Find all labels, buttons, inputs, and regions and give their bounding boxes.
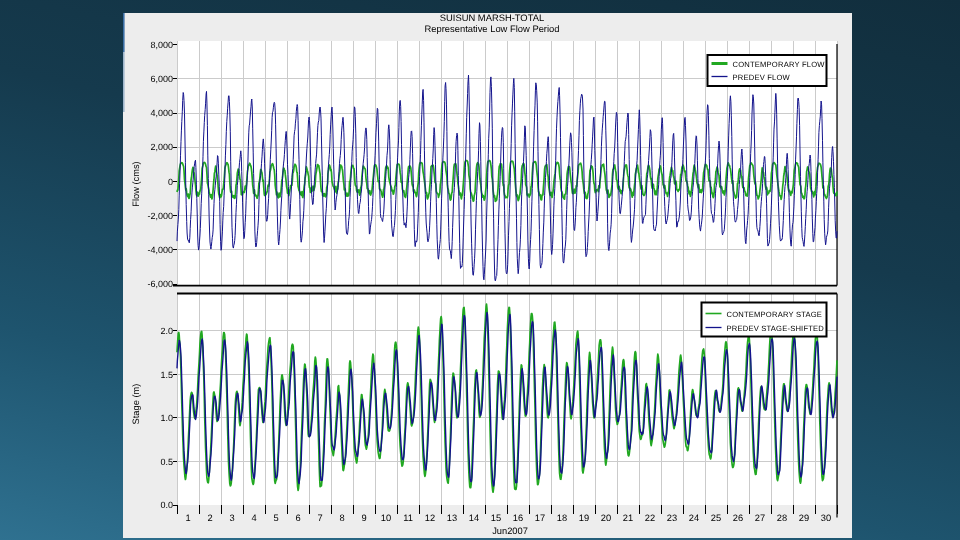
svg-text:12: 12 <box>425 513 435 523</box>
svg-text:14: 14 <box>469 513 479 523</box>
svg-text:CONTEMPORARY STAGE: CONTEMPORARY STAGE <box>727 310 823 319</box>
svg-text:5: 5 <box>273 513 278 523</box>
svg-text:-6,000: -6,000 <box>147 279 173 289</box>
svg-text:24: 24 <box>689 513 699 523</box>
svg-text:9: 9 <box>361 513 366 523</box>
svg-text:PREDEV FLOW: PREDEV FLOW <box>733 73 791 82</box>
svg-text:20: 20 <box>601 513 611 523</box>
svg-text:6: 6 <box>295 513 300 523</box>
svg-text:18: 18 <box>557 513 567 523</box>
svg-text:30: 30 <box>821 513 831 523</box>
svg-text:21: 21 <box>623 513 633 523</box>
svg-text:29: 29 <box>799 513 809 523</box>
svg-text:16: 16 <box>513 513 523 523</box>
svg-text:-2,000: -2,000 <box>147 211 173 221</box>
svg-text:1: 1 <box>185 513 190 523</box>
svg-text:8: 8 <box>339 513 344 523</box>
svg-text:SUISUN MARSH-TOTAL: SUISUN MARSH-TOTAL <box>440 12 544 23</box>
svg-text:26: 26 <box>733 513 743 523</box>
svg-text:7: 7 <box>317 513 322 523</box>
svg-text:10: 10 <box>381 513 391 523</box>
svg-text:8,000: 8,000 <box>150 40 173 50</box>
svg-text:2.0: 2.0 <box>160 326 173 336</box>
svg-text:17: 17 <box>535 513 545 523</box>
svg-text:2: 2 <box>207 513 212 523</box>
svg-text:25: 25 <box>711 513 721 523</box>
svg-text:Flow (cms): Flow (cms) <box>131 161 141 206</box>
svg-text:2,000: 2,000 <box>150 142 173 152</box>
svg-text:3: 3 <box>229 513 234 523</box>
svg-text:28: 28 <box>777 513 787 523</box>
svg-text:4,000: 4,000 <box>150 108 173 118</box>
svg-text:22: 22 <box>645 513 655 523</box>
svg-text:4: 4 <box>251 513 256 523</box>
svg-text:0: 0 <box>168 177 173 187</box>
svg-text:0.5: 0.5 <box>160 457 173 467</box>
svg-text:13: 13 <box>447 513 457 523</box>
svg-text:23: 23 <box>667 513 677 523</box>
svg-text:15: 15 <box>491 513 501 523</box>
svg-text:Representative Low Flow Period: Representative Low Flow Period <box>425 23 560 34</box>
svg-text:27: 27 <box>755 513 765 523</box>
svg-text:PREDEV STAGE-SHIFTED: PREDEV STAGE-SHIFTED <box>727 324 825 333</box>
svg-text:0.0: 0.0 <box>160 500 173 510</box>
svg-text:CONTEMPORARY FLOW: CONTEMPORARY FLOW <box>733 60 826 69</box>
svg-text:11: 11 <box>403 513 413 523</box>
svg-text:-4,000: -4,000 <box>147 245 173 255</box>
svg-text:1.5: 1.5 <box>160 370 173 380</box>
svg-text:Jun2007: Jun2007 <box>492 526 528 536</box>
svg-text:19: 19 <box>579 513 589 523</box>
svg-text:1.0: 1.0 <box>160 413 173 423</box>
svg-text:Stage (m): Stage (m) <box>131 384 141 425</box>
svg-text:6,000: 6,000 <box>150 74 173 84</box>
